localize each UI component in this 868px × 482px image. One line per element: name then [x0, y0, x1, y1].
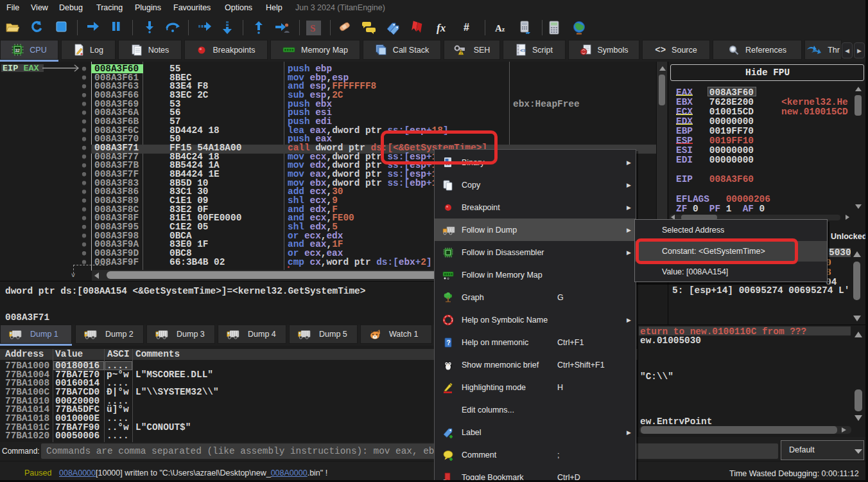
svg-text:!: ! — [460, 49, 462, 55]
svg-text:?: ? — [447, 339, 451, 346]
svg-text:S: S — [310, 23, 315, 33]
svg-text:32: 32 — [15, 48, 20, 53]
svg-text:<>: <> — [520, 48, 526, 53]
